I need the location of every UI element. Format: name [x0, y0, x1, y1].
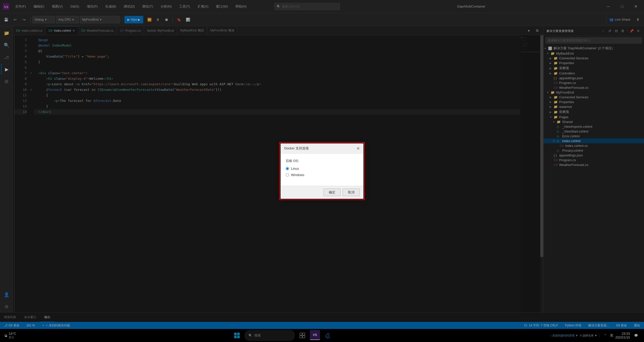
radio-linux[interactable]: Linux	[286, 167, 358, 170]
radio-windows-input[interactable]	[286, 173, 289, 177]
dialog-title-bar: Docker 支持选项 ✕	[281, 144, 363, 154]
dialog-close-button[interactable]: ✕	[356, 146, 360, 151]
confirm-button[interactable]: 确定	[324, 189, 341, 196]
radio-windows-label: Windows	[291, 173, 304, 177]
dialog-highlight: Docker 支持选项 ✕ 目标 OS: Linux Windows 确	[279, 142, 365, 200]
os-label: 目标 OS:	[286, 159, 358, 163]
radio-windows[interactable]: Windows	[286, 173, 358, 177]
docker-support-dialog: Docker 支持选项 ✕ 目标 OS: Linux Windows 确	[280, 143, 364, 199]
dialog-overlay: Docker 支持选项 ✕ 目标 OS: Linux Windows 确	[0, 0, 644, 342]
dialog-footer: 确定 取消	[281, 186, 363, 199]
radio-linux-input[interactable]	[286, 167, 289, 170]
dialog-title-text: Docker 支持选项	[284, 146, 309, 151]
cancel-button[interactable]: 取消	[343, 189, 360, 196]
radio-linux-label: Linux	[291, 167, 299, 170]
os-radio-group: Linux Windows	[286, 167, 358, 177]
dialog-body: 目标 OS: Linux Windows	[281, 154, 363, 186]
